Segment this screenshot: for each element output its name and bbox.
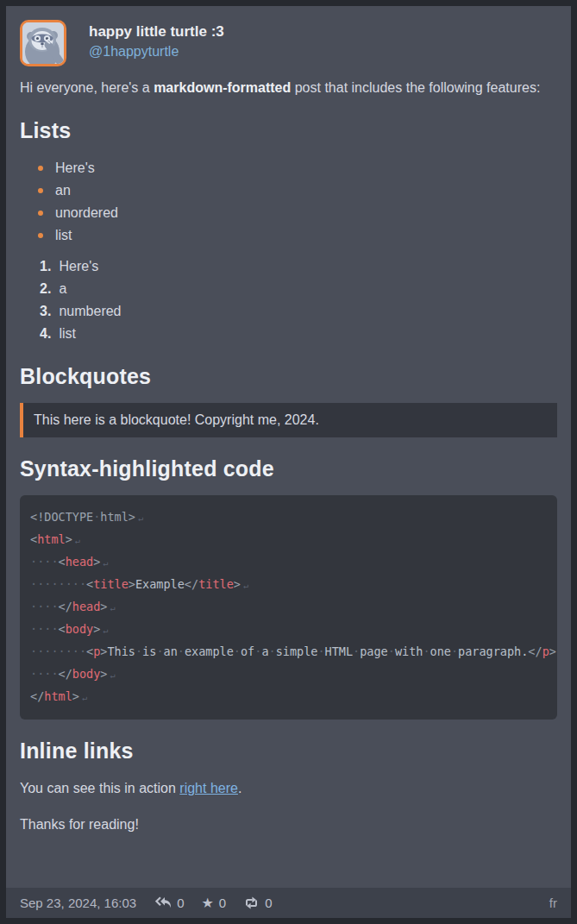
list-item: Here's [20,157,557,179]
favorite-count: 0 [219,896,226,910]
outro-paragraph: Thanks for reading! [20,814,557,836]
list-item: 4. list [20,323,557,345]
author-names: happy little turtle :3 @1happyturtle [89,20,224,63]
link-text-after: . [238,781,241,795]
list-text: numbered [59,304,121,318]
boost-icon [243,896,260,909]
intro-bold-text: markdown-formatted [154,80,291,95]
author-display-name: happy little turtle :3 [89,22,224,41]
list-item: list [20,224,557,247]
timestamp[interactable]: Sep 23, 2024, 16:03 [20,896,136,910]
list-item: an [20,179,557,202]
link-text-before: You can see this in action [20,781,179,795]
list-text: a [59,281,66,296]
favorite-button[interactable]: ★ 0 [201,896,226,910]
list-number: 4. [40,323,55,345]
post-content: happy little turtle :3 @1happyturtle Hi … [6,6,571,888]
list-item: 2. a [20,278,557,300]
heading-inline-links: Inline links [20,739,557,764]
code-block: <!DOCTYPE·html>↵<html>↵····<head>↵······… [20,495,557,720]
intro-paragraph: Hi everyone, here's a markdown-formatted… [20,77,557,99]
boost-count: 0 [265,896,272,910]
right-here-link[interactable]: right here [179,781,238,795]
list-text: list [59,326,76,341]
avatar[interactable] [20,20,66,66]
blockquote: This here is a blockquote! Copyright me,… [20,403,557,437]
list-item: unordered [20,202,557,224]
list-item: 3. numbered [20,300,557,323]
unordered-list: Here's an unordered list [20,157,557,247]
list-number: 1. [40,255,55,278]
boost-button[interactable]: 0 [243,896,272,910]
intro-text-before: Hi everyone, here's a [20,80,154,95]
ordered-list: 1. Here's 2. a 3. numbered 4. list [20,255,557,345]
intro-text-after: post that includes the following feature… [291,80,540,95]
author-handle[interactable]: @1happyturtle [89,41,224,63]
sloth-avatar-image [22,22,64,64]
list-text: Here's [59,259,98,273]
post-header: happy little turtle :3 @1happyturtle [20,20,557,66]
list-number: 3. [40,300,55,323]
post-card: happy little turtle :3 @1happyturtle Hi … [6,6,571,918]
reply-button[interactable]: 0 [155,896,184,910]
list-number: 2. [40,278,55,300]
list-item: 1. Here's [20,255,557,278]
reply-count: 0 [177,896,184,910]
star-icon: ★ [201,896,213,910]
language-tag: fr [549,896,557,910]
links-paragraph: You can see this in action right here. [20,777,557,800]
reply-icon [155,896,172,909]
heading-blockquotes: Blockquotes [20,364,557,389]
heading-code: Syntax-highlighted code [20,456,557,481]
post-footer: Sep 23, 2024, 16:03 0 ★ 0 0 fr [6,888,571,918]
heading-lists: Lists [20,118,557,143]
